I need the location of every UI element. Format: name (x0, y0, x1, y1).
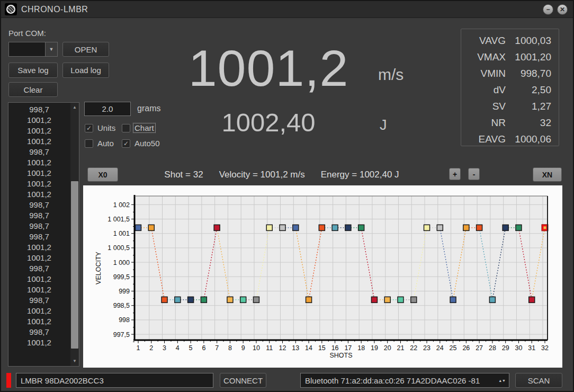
checkbox-box[interactable] (85, 139, 93, 148)
scan-button[interactable]: SCAN (515, 373, 562, 388)
app-window: CHRONO-LMBR − ✕ Port COM: ▼ OPEN Save lo… (0, 0, 574, 392)
clear-button[interactable]: Clear (8, 82, 58, 97)
svg-text:11: 11 (266, 344, 273, 352)
list-item[interactable]: 1001,2 (8, 189, 70, 200)
svg-text:17: 17 (344, 344, 352, 352)
list-item[interactable]: 1001,2 (8, 337, 70, 348)
list-item[interactable]: 1001,2 (8, 284, 70, 295)
svg-text:28: 28 (489, 344, 496, 352)
list-item[interactable]: 998,7 (8, 295, 70, 306)
port-com-value (9, 42, 45, 56)
scroll-down-icon[interactable]: ▼ (70, 358, 79, 365)
stat-label: EAVG (461, 133, 506, 145)
stat-value: 32 (506, 117, 551, 129)
bluetooth-device-select[interactable]: Bluetooth 71:a2:dd:aa:c0:26 71A2DDAAC026… (300, 373, 509, 388)
checkbox-box[interactable]: ✓ (85, 124, 93, 132)
open-button[interactable]: OPEN (62, 42, 109, 57)
grams-input[interactable]: 2.0 (84, 102, 131, 116)
svg-text:9: 9 (241, 344, 245, 352)
status-shot: Shot = 32 (164, 170, 203, 180)
stat-value: 1,27 (506, 101, 551, 112)
zoom-in-button[interactable]: + (449, 168, 461, 180)
energy-display: 1002,40 (165, 110, 372, 136)
zoom-out-button[interactable]: - (468, 168, 480, 180)
list-item[interactable]: 1001,2 (8, 115, 70, 126)
svg-text:26: 26 (462, 344, 470, 352)
close-button[interactable]: ✕ (557, 4, 568, 15)
list-item[interactable]: 998,7 (8, 327, 70, 337)
stat-label: dV (461, 84, 506, 96)
svg-text:13: 13 (292, 344, 299, 352)
spinner-icon[interactable]: ▲▼ (498, 379, 506, 382)
svg-text:10: 10 (253, 344, 260, 352)
list-item[interactable]: 998,7 (8, 147, 70, 157)
stat-row: VMIN998,70 (461, 65, 551, 82)
list-item[interactable]: 998,7 (8, 231, 70, 242)
svg-text:27: 27 (476, 344, 483, 352)
chevron-down-icon[interactable]: ▼ (45, 42, 57, 56)
svg-text:8: 8 (228, 344, 232, 352)
stat-label: SV (461, 101, 506, 112)
svg-text:16: 16 (331, 344, 339, 352)
x0-button[interactable]: X0 (87, 167, 118, 182)
svg-text:SHOTS: SHOTS (329, 352, 352, 359)
stat-row: dV2,50 (461, 82, 551, 98)
device-name-input[interactable]: LMBR 98DA2002BCC3 (16, 373, 213, 388)
minimize-button[interactable]: − (543, 4, 553, 15)
stat-row: VMAX1001,20 (461, 49, 551, 65)
load-log-button[interactable]: Load log (62, 63, 109, 78)
stat-value: 998,70 (506, 68, 551, 79)
checkbox-box[interactable] (122, 124, 130, 132)
checkbox-units[interactable]: ✓Units (85, 123, 116, 132)
list-item[interactable]: 998,7 (8, 221, 70, 231)
stat-row: SV1,27 (461, 98, 551, 114)
checkbox-label: Auto50 (133, 139, 161, 148)
stat-value: 1001,20 (506, 51, 551, 63)
svg-text:25: 25 (450, 344, 457, 352)
list-item[interactable]: 1001,2 (8, 157, 70, 168)
list-item[interactable]: 998,7 (8, 263, 70, 274)
checkbox-label: Units (96, 123, 116, 132)
stat-label: NR (461, 117, 506, 129)
stat-label: VMIN (461, 68, 506, 79)
scroll-up-icon[interactable]: ▲ (70, 104, 79, 111)
list-item[interactable]: 1001,2 (8, 242, 70, 253)
shot-list[interactable]: 998,71001,21001,21001,2998,71001,21001,2… (8, 102, 79, 367)
svg-text:1: 1 (137, 344, 140, 352)
list-item[interactable]: 998,7 (8, 210, 70, 221)
svg-text:23: 23 (423, 344, 431, 352)
svg-text:1 001,5: 1 001,5 (107, 216, 130, 223)
svg-text:1 001: 1 001 (113, 230, 130, 237)
checkbox-auto[interactable]: Auto (85, 139, 115, 148)
checkbox-label: Auto (96, 139, 115, 148)
xn-button[interactable]: XN (533, 167, 562, 182)
stat-row: VAVG1000,03 (461, 32, 551, 49)
list-item[interactable]: 1001,2 (8, 126, 70, 136)
connect-button[interactable]: CONNECT (220, 373, 266, 388)
save-log-button[interactable]: Save log (8, 63, 58, 78)
connection-status-indicator (6, 373, 11, 388)
list-item[interactable]: 1001,2 (8, 179, 70, 189)
list-item[interactable]: 1001,2 (8, 168, 70, 179)
svg-text:4: 4 (176, 344, 180, 352)
svg-text:12: 12 (279, 344, 286, 352)
list-item[interactable]: 998,7 (8, 104, 70, 115)
svg-text:24: 24 (436, 344, 444, 352)
list-item[interactable]: 1001,2 (8, 274, 70, 284)
list-item[interactable]: 1001,2 (8, 136, 70, 147)
stat-row: NR32 (461, 114, 551, 131)
svg-text:VELOCITY: VELOCITY (95, 251, 102, 284)
checkbox-auto50[interactable]: ✓Auto50 (122, 139, 161, 148)
list-item[interactable]: 1001,2 (8, 253, 70, 263)
port-com-label: Port COM: (8, 29, 46, 38)
stat-label: VMAX (461, 51, 506, 63)
list-item[interactable]: 1001,2 (8, 306, 70, 316)
list-item[interactable]: 1001,2 (8, 316, 70, 327)
stat-value: 2,50 (506, 84, 551, 96)
checkbox-chart[interactable]: Chart (122, 123, 155, 132)
port-com-select[interactable]: ▼ (8, 42, 58, 57)
checkbox-box[interactable]: ✓ (122, 139, 130, 148)
list-item[interactable]: 998,7 (8, 200, 70, 210)
shot-list-scrollbar[interactable]: ▲ ▼ (70, 103, 79, 366)
scroll-thumb[interactable] (71, 181, 78, 349)
